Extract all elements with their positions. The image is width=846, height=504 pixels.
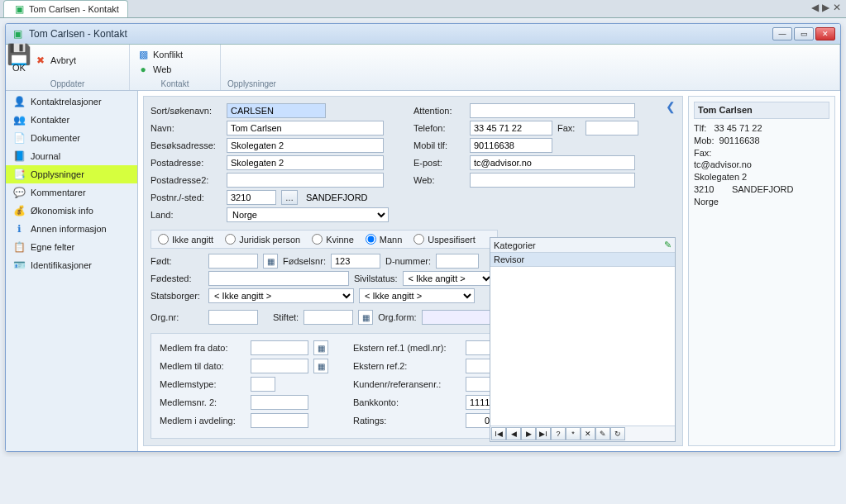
attention-input[interactable]: [470, 103, 635, 118]
navigation-sidebar: 👤Kontaktrelasjoner 👥Kontakter 📄Dokumente…: [6, 91, 138, 451]
radio-uspesifisert[interactable]: Uspesifisert: [413, 234, 475, 245]
nav-help-button[interactable]: ?: [551, 427, 566, 440]
fax-label: Fax:: [557, 123, 581, 133]
dnummer-input[interactable]: [436, 254, 479, 269]
memfra-calendar-icon[interactable]: ▦: [313, 340, 328, 355]
question-icon: ▩: [136, 48, 150, 61]
sidebar-item-kontakter[interactable]: 👥Kontakter: [6, 111, 137, 129]
tab-close-icon[interactable]: ✕: [833, 2, 841, 13]
sidebar-item-egne[interactable]: 📋Egne felter: [6, 238, 137, 256]
nav-del-button[interactable]: ✕: [581, 427, 595, 440]
window-title: Tom Carlsen - Kontakt: [29, 28, 767, 40]
sivil-select[interactable]: < Ikke angitt >: [403, 271, 494, 286]
web-button[interactable]: ● Web: [136, 63, 183, 76]
fax-input[interactable]: [586, 121, 638, 136]
summary-country: Norge: [694, 196, 829, 208]
summary-post: 3210: [694, 184, 714, 194]
ribbon-group-kontakt: Kontakt: [136, 79, 213, 88]
contact-summary-panel: Tom Carlsen Tlf: 33 45 71 22 Mob: 901166…: [688, 96, 835, 446]
memtil-calendar-icon[interactable]: ▦: [313, 359, 328, 373]
nav-add-button[interactable]: *: [566, 427, 581, 440]
sort-input[interactable]: [227, 103, 326, 118]
edit-icon[interactable]: ✎: [664, 240, 672, 250]
epost-input[interactable]: [470, 155, 635, 170]
radio-ikke-angitt[interactable]: Ikke angitt: [158, 234, 213, 245]
postnr-input[interactable]: [227, 190, 276, 205]
tab-next-icon[interactable]: ▶: [822, 2, 829, 13]
fodt-label: Født:: [151, 256, 203, 266]
memtil-input[interactable]: [251, 359, 308, 373]
kategori-navigator: I◀ ◀ ▶ ▶I ? * ✕ ✎ ↻: [490, 426, 675, 441]
tab-prev-icon[interactable]: ◀: [811, 2, 819, 13]
besok-input[interactable]: [227, 138, 384, 153]
statsb-select[interactable]: < Ikke angitt >: [208, 288, 354, 303]
sidebar-item-journal[interactable]: 📘Journal: [6, 147, 137, 165]
nav-last-button[interactable]: ▶I: [536, 427, 551, 440]
radio-kvinne[interactable]: Kvinne: [312, 234, 354, 245]
land-select[interactable]: Norge: [227, 207, 389, 222]
nav-refresh-button[interactable]: ↻: [610, 427, 625, 440]
memnr-label: Medlemsnr. 2:: [160, 397, 246, 407]
kategori-row[interactable]: Revisor: [490, 253, 675, 267]
avbryt-button[interactable]: ✖ Avbryt: [34, 54, 76, 67]
nav-edit-button[interactable]: ✎: [595, 427, 610, 440]
maximize-button[interactable]: ▭: [794, 27, 814, 40]
sidebar-item-okonomisk[interactable]: 💰Økonomisk info: [6, 202, 137, 220]
sidebar-item-identifikasjoner[interactable]: 🪪Identifikasjoner: [6, 256, 137, 274]
avbryt-label: Avbryt: [50, 55, 76, 65]
minimize-button[interactable]: —: [772, 27, 792, 40]
epost-label: E-post:: [413, 158, 465, 168]
telefon-input[interactable]: [470, 121, 552, 136]
orgnr-input[interactable]: [208, 310, 258, 325]
konflikt-button[interactable]: ▩ Konflikt: [136, 48, 183, 61]
web-input[interactable]: [470, 173, 635, 188]
memfra-label: Medlem fra dato:: [160, 343, 246, 353]
mobil-input[interactable]: [470, 138, 552, 153]
close-button[interactable]: ✕: [815, 27, 835, 40]
memavd-input[interactable]: [251, 413, 308, 428]
statsb2-select[interactable]: < Ikke angitt >: [359, 288, 475, 303]
postnr-lookup-button[interactable]: …: [281, 190, 298, 205]
sidebar-item-kontaktrelasjoner[interactable]: 👤Kontaktrelasjoner: [6, 93, 137, 111]
tab-navigation: ◀ ▶ ✕: [811, 2, 841, 13]
post2-label: Postadresse2:: [151, 175, 222, 185]
post-input[interactable]: [227, 155, 384, 170]
summary-fax-label: Fax:: [694, 148, 711, 158]
sidebar-item-annen[interactable]: ℹAnnen informasjon: [6, 220, 137, 238]
app-icon: ▣: [12, 2, 26, 16]
sidebar-item-opplysninger[interactable]: 📑Opplysninger: [6, 165, 137, 183]
nav-prev-button[interactable]: ◀: [506, 427, 521, 440]
memtype-input[interactable]: [251, 377, 275, 392]
fodested-input[interactable]: [208, 271, 349, 286]
sidebar-item-label: Journal: [31, 151, 60, 161]
fodt-input[interactable]: [208, 254, 258, 269]
memnr-input[interactable]: [251, 395, 308, 410]
sidebar-item-label: Annen informasjon: [31, 224, 107, 234]
collapse-chevron-icon[interactable]: ❮: [666, 100, 676, 113]
form-area: ❮ Sort/søkenavn: Navn: Besøksad: [143, 96, 683, 446]
sidebar-item-dokumenter[interactable]: 📄Dokumenter: [6, 129, 137, 147]
radio-mann[interactable]: Mann: [366, 234, 403, 245]
kategorier-header: Kategorier: [494, 240, 536, 250]
sidebar-item-label: Kontakter: [31, 115, 69, 125]
nav-first-button[interactable]: I◀: [491, 427, 506, 440]
ok-button[interactable]: 💾 OK: [12, 48, 26, 73]
attention-label: Attention:: [413, 106, 465, 116]
stiftet-label: Stiftet:: [273, 312, 299, 322]
stiftet-calendar-icon[interactable]: ▦: [358, 310, 373, 325]
sidebar-item-kommentarer[interactable]: 💬Kommentarer: [6, 183, 137, 202]
memtype-label: Medlemstype:: [160, 379, 246, 389]
memavd-label: Medlem i avdeling:: [160, 416, 246, 426]
fodt-calendar-icon[interactable]: ▦: [263, 254, 278, 269]
summary-mob-label: Mob:: [694, 136, 714, 145]
nav-next-button[interactable]: ▶: [521, 427, 536, 440]
bank-label: Bankkonto:: [353, 397, 461, 407]
radio-juridisk[interactable]: Juridisk person: [225, 234, 300, 245]
post2-input[interactable]: [227, 173, 384, 188]
fodselsnr-input[interactable]: [331, 254, 380, 269]
document-tab[interactable]: ▣ Tom Carlsen - Kontakt: [3, 0, 128, 17]
stiftet-input[interactable]: [304, 310, 353, 325]
navn-input[interactable]: [227, 121, 384, 136]
post-label: Postadresse:: [151, 158, 222, 168]
memfra-input[interactable]: [251, 340, 308, 355]
